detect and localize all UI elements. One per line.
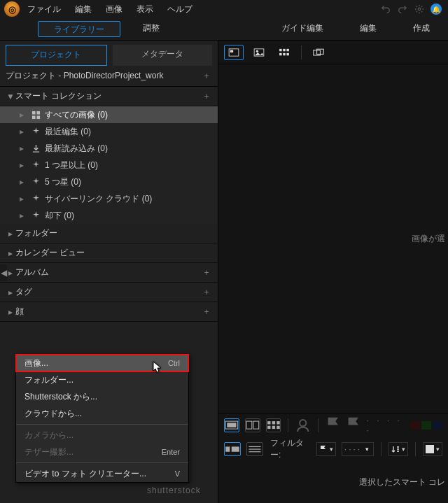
filmstrip-single-icon[interactable] — [224, 418, 239, 432]
color-blue[interactable] — [433, 421, 442, 430]
svg-rect-23 — [276, 421, 279, 424]
view-secondary-icon[interactable] — [309, 45, 328, 60]
view-image-icon[interactable] — [249, 45, 269, 60]
section-smart-label: スマート コレクション — [15, 90, 201, 102]
tree-item-label: 5 つ星 (0) — [45, 176, 81, 188]
section-tag[interactable]: ▸タグ ＋ — [0, 283, 218, 302]
ctx-import-image[interactable]: 画像... Ctrl — [16, 355, 188, 371]
section-calendar-label: カレンダー ビュー — [15, 247, 212, 259]
tree-item-label: 却下 (0) — [45, 210, 74, 222]
project-name: プロジェクト - PhotoDirectorProject_work — [6, 70, 163, 82]
ctx-tether: テザー撮影... Enter — [16, 444, 188, 460]
shutterstock-watermark: shutterstock — [147, 486, 201, 495]
settings-gear-icon[interactable] — [412, 1, 427, 17]
color-labels[interactable] — [410, 421, 442, 430]
add-tag-icon[interactable]: ＋ — [201, 286, 212, 298]
redo-icon[interactable] — [395, 1, 410, 17]
filter-dots-combo[interactable]: ····▾ — [342, 442, 374, 456]
subtab-project[interactable]: プロジェクト — [6, 45, 107, 66]
svg-rect-21 — [267, 421, 270, 424]
menu-view[interactable]: 表示 — [130, 1, 160, 18]
menu-file[interactable]: ファイル — [21, 1, 67, 18]
sort-combo[interactable]: ▾ — [388, 442, 408, 456]
ctx-item-label: カメラから... — [24, 430, 74, 441]
tree-item-five-star[interactable]: ▸ 5 つ星 (0) — [0, 173, 218, 190]
color-green[interactable] — [421, 421, 431, 430]
svg-rect-10 — [283, 48, 285, 50]
svg-rect-2 — [36, 111, 40, 114]
add-smart-icon[interactable]: ＋ — [201, 90, 212, 102]
svg-point-8 — [256, 50, 258, 52]
filmstrip-split-icon[interactable] — [245, 418, 260, 432]
notification-bell-icon[interactable]: 🔔 — [428, 1, 444, 17]
section-face[interactable]: ▸顔 ＋ — [0, 302, 218, 322]
ctx-item-shortcut: Ctrl — [168, 359, 180, 367]
tree-item-rejected[interactable]: ▸ 却下 (0) — [0, 207, 218, 224]
ctx-video-to-photo[interactable]: ビデオ to フォト クリエーター... V — [16, 465, 188, 482]
section-calendar[interactable]: ▸カレンダー ビュー — [0, 243, 218, 263]
tree-item-all-images[interactable]: ▸ すべての画像 (0) — [0, 106, 218, 123]
panel-collapse-icon[interactable]: ◀ — [0, 264, 7, 281]
strip-mode1-icon[interactable] — [224, 442, 241, 456]
section-album[interactable]: ▸アルバム ＋ — [0, 263, 218, 283]
color-red[interactable] — [410, 421, 420, 430]
filter-flag-combo[interactable]: ▾ — [316, 442, 336, 456]
svg-rect-11 — [286, 48, 288, 50]
tab-guided[interactable]: ガイド編集 — [263, 18, 342, 40]
selection-message-text: 選択したスマート コレ — [359, 476, 445, 488]
view-toolbar — [218, 41, 448, 64]
ctx-import-shutterstock[interactable]: Shutterstock から... — [16, 388, 188, 405]
add-face-icon[interactable]: ＋ — [201, 306, 212, 318]
flag-reject-icon[interactable] — [346, 418, 360, 432]
svg-rect-3 — [31, 115, 35, 119]
ctx-item-label: Shutterstock から... — [24, 391, 97, 403]
tree-item-one-star[interactable]: ▸ 1 つ星以上 (0) — [0, 157, 218, 173]
ctx-import-cloud[interactable]: クラウドから... — [16, 405, 188, 422]
ctx-item-label: フォルダー... — [24, 374, 74, 386]
add-album-icon[interactable]: ＋ — [201, 267, 212, 278]
menu-help[interactable]: ヘルプ — [161, 1, 199, 18]
tab-create[interactable]: 作成 — [395, 18, 448, 40]
sparkle-icon — [31, 160, 41, 170]
view-thumb-large-icon[interactable] — [224, 45, 244, 60]
section-folder[interactable]: ▸ フォルダー — [0, 224, 218, 243]
svg-rect-12 — [279, 52, 281, 55]
flag-icon[interactable] — [326, 418, 340, 432]
tree-item-recent-edit[interactable]: ▸ 最近編集 (0) — [0, 123, 218, 140]
svg-rect-14 — [286, 52, 288, 55]
tree-item-label: 最近編集 (0) — [45, 126, 91, 138]
tab-adjust[interactable]: 調整 — [125, 18, 178, 40]
tab-spacer — [0, 18, 34, 40]
add-project-icon[interactable]: ＋ — [201, 70, 212, 82]
face-tag-icon[interactable] — [295, 418, 310, 432]
menu-image[interactable]: 画像 — [99, 1, 129, 18]
ctx-import-folder[interactable]: フォルダー... — [16, 371, 188, 388]
undo-icon[interactable] — [378, 1, 393, 17]
ctx-separator — [16, 462, 188, 463]
view-grid-icon[interactable] — [274, 45, 294, 60]
section-smart[interactable]: ▼ スマート コレクション ＋ — [0, 87, 218, 106]
section-album-label: アルバム — [15, 267, 201, 278]
ctx-item-label: ビデオ to フォト クリエーター... — [24, 468, 146, 480]
tab-edit[interactable]: 編集 — [342, 18, 395, 40]
download-icon — [31, 143, 41, 153]
selection-message: 選択したスマート コレ — [218, 461, 448, 503]
sparkle-icon — [31, 127, 41, 136]
filmstrip-grid-icon[interactable] — [266, 418, 281, 432]
color-filter-combo[interactable]: ▾ — [423, 442, 442, 456]
tab-library[interactable]: ライブラリー — [38, 21, 120, 37]
chevron-right-icon: ▸ — [6, 229, 15, 239]
svg-rect-20 — [253, 421, 259, 429]
sparkle-icon — [31, 177, 41, 187]
section-tag-label: タグ — [15, 286, 201, 298]
sparkle-icon — [31, 211, 41, 220]
tree-item-recent-import[interactable]: ▸ 最新読み込み (0) — [0, 140, 218, 157]
tree-item-label: すべての画像 (0) — [45, 109, 108, 121]
svg-rect-22 — [272, 421, 274, 424]
subtab-metadata[interactable]: メタデータ — [113, 45, 213, 66]
strip-mode2-icon[interactable] — [246, 442, 263, 456]
tree-item-cloud[interactable]: ▸ サイバーリンク クラウド (0) — [0, 190, 218, 207]
rating-stars[interactable]: · · · · · — [367, 416, 405, 435]
svg-rect-6 — [230, 50, 233, 52]
menu-edit[interactable]: 編集 — [69, 1, 98, 18]
